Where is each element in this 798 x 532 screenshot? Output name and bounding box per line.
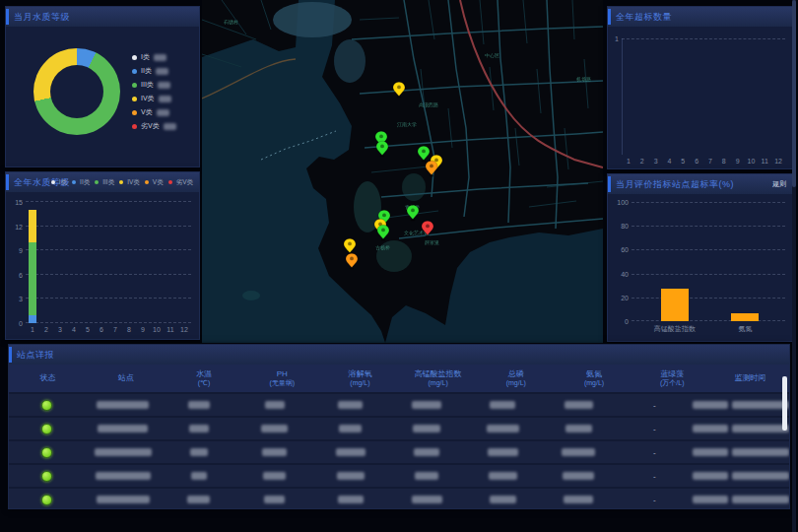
legend-dot-icon bbox=[145, 180, 149, 184]
legend-label: II类 bbox=[80, 178, 90, 187]
redacted-value bbox=[164, 123, 176, 130]
redacted-value bbox=[693, 496, 728, 503]
rule-link[interactable]: 规则 bbox=[772, 174, 786, 194]
page-scrollbar[interactable] bbox=[792, 0, 796, 532]
legend-item[interactable]: IV类 bbox=[132, 94, 176, 103]
y-tick: 12 bbox=[15, 223, 23, 230]
redacted-value bbox=[156, 68, 168, 75]
redacted-value bbox=[693, 425, 728, 432]
legend-label: IV类 bbox=[141, 94, 155, 103]
table-row[interactable]: - bbox=[9, 465, 789, 487]
legend-item[interactable]: V类 bbox=[145, 178, 164, 187]
column-header: 溶解氧(mg/L) bbox=[321, 369, 399, 388]
column-header: 监测时间 bbox=[711, 373, 789, 383]
map[interactable]: 石塘村中心区机场路高浪西路江南大学青祁桥文化艺术馆薛家里古杨桥 bbox=[202, 0, 603, 343]
y-tick: 1 bbox=[615, 35, 619, 42]
table-row[interactable]: - bbox=[9, 441, 789, 463]
redacted-value bbox=[415, 472, 438, 480]
map-place-label: 机场路 bbox=[576, 76, 591, 83]
x-tick: 9 bbox=[736, 158, 740, 165]
y-tick: 0 bbox=[19, 320, 23, 327]
x-tick: 11 bbox=[762, 158, 768, 165]
status-dot-icon bbox=[41, 447, 52, 458]
x-tick: 5 bbox=[681, 158, 685, 165]
legend-dot-icon bbox=[95, 180, 99, 184]
gridline bbox=[26, 274, 191, 275]
x-tick: 3 bbox=[58, 326, 62, 333]
legend-item[interactable]: I类 bbox=[132, 52, 176, 62]
redacted-value bbox=[96, 472, 151, 480]
map-place-label: 江南大学 bbox=[397, 121, 417, 128]
header-accent bbox=[9, 347, 12, 363]
y-tick: 3 bbox=[19, 296, 23, 302]
gridline bbox=[632, 202, 785, 203]
legend-item[interactable]: II类 bbox=[132, 66, 176, 76]
legend-label: V类 bbox=[153, 178, 164, 187]
x-tick: 6 bbox=[695, 158, 698, 165]
redacted-value bbox=[191, 472, 207, 480]
legend-item[interactable]: III类 bbox=[132, 80, 176, 90]
redacted-value bbox=[490, 401, 515, 409]
bar-segment[interactable] bbox=[29, 315, 36, 323]
legend-item[interactable]: II类 bbox=[72, 178, 90, 187]
redacted-value bbox=[565, 425, 592, 432]
y-tick: 0 bbox=[625, 318, 629, 325]
bar-chart: 020406080100高锰酸盐指数氨氮 bbox=[632, 202, 785, 321]
redacted-value bbox=[490, 496, 516, 503]
legend-item[interactable]: I类 bbox=[51, 178, 67, 187]
legend-item[interactable]: 劣V类 bbox=[168, 178, 193, 187]
legend-dot-icon bbox=[168, 180, 172, 184]
panel-station-report: 站点详报 状态站点水温(℃)PH(无量纲)溶解氧(mg/L)高锰酸盐指数(mg/… bbox=[8, 344, 790, 509]
redacted-value bbox=[338, 496, 364, 503]
legend-item[interactable]: III类 bbox=[95, 178, 114, 187]
redacted-value bbox=[95, 448, 152, 456]
x-tick: 10 bbox=[153, 326, 161, 333]
redacted-value bbox=[262, 448, 287, 456]
bar-segment[interactable] bbox=[29, 210, 36, 242]
legend-label: III类 bbox=[102, 178, 114, 187]
status-dot-icon bbox=[41, 424, 52, 434]
table-row[interactable]: - bbox=[9, 418, 789, 439]
redacted-value bbox=[157, 109, 169, 116]
bar[interactable] bbox=[661, 289, 689, 321]
x-tick: 1 bbox=[627, 158, 631, 165]
table-scrollbar[interactable] bbox=[782, 366, 787, 502]
status-dot-icon bbox=[41, 400, 52, 411]
x-tick: 12 bbox=[180, 326, 188, 333]
algae-value: - bbox=[653, 472, 656, 481]
redacted-value bbox=[158, 82, 170, 89]
panel-year-exceed: 全年超标数量 1123456789101112 bbox=[607, 6, 794, 169]
panel-title: 全年超标数量 bbox=[616, 11, 672, 24]
column-header: 蓝绿藻(万个/L) bbox=[633, 369, 711, 388]
legend-item[interactable]: IV类 bbox=[119, 178, 140, 187]
panel-header: 站点详报 bbox=[9, 345, 789, 365]
legend-label: V类 bbox=[141, 107, 153, 117]
gridline bbox=[26, 226, 191, 227]
y-tick: 40 bbox=[621, 270, 629, 277]
legend-label: III类 bbox=[141, 80, 154, 90]
x-tick: 1 bbox=[31, 326, 34, 333]
x-tick: 11 bbox=[166, 326, 173, 333]
legend-item[interactable]: V类 bbox=[132, 107, 176, 117]
status-dot-icon bbox=[41, 495, 52, 505]
bar-segment[interactable] bbox=[29, 242, 36, 315]
legend-label: 劣V类 bbox=[141, 121, 160, 131]
x-tick: 3 bbox=[654, 158, 658, 165]
table-row[interactable]: - bbox=[9, 489, 789, 508]
y-tick: 80 bbox=[621, 223, 629, 230]
redacted-value bbox=[154, 54, 166, 61]
panel-header: 当月评价指标站点超标率(%) 规则 bbox=[608, 174, 793, 194]
map-island bbox=[242, 291, 260, 300]
x-tick: 4 bbox=[72, 326, 76, 333]
table-row[interactable]: - bbox=[9, 394, 789, 416]
redacted-value bbox=[98, 425, 148, 432]
bar[interactable] bbox=[731, 313, 759, 321]
column-header: 状态 bbox=[9, 373, 87, 383]
redacted-value bbox=[263, 472, 286, 480]
header-accent bbox=[6, 9, 9, 25]
redacted-value bbox=[487, 425, 519, 432]
table-scrollbar-thumb[interactable] bbox=[782, 376, 787, 431]
legend-item[interactable]: 劣V类 bbox=[132, 121, 176, 131]
redacted-value bbox=[187, 496, 210, 503]
page-scrollbar-thumb[interactable] bbox=[792, 0, 796, 187]
